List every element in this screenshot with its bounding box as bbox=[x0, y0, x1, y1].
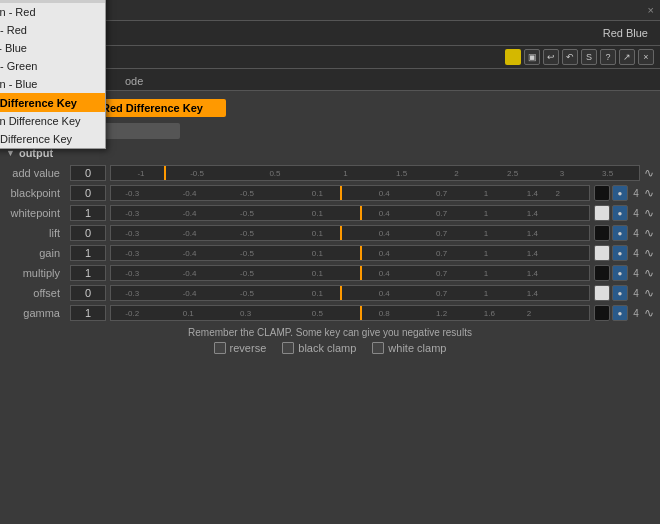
gamma-handle[interactable] bbox=[360, 306, 362, 320]
gamma-swatch[interactable] bbox=[594, 305, 610, 321]
lift-side-icons: ● 4 ∿ bbox=[594, 225, 654, 241]
whitepoint-globe[interactable]: ● bbox=[612, 205, 628, 221]
mask-icon[interactable]: ▣ bbox=[524, 49, 540, 65]
multiply-slider[interactable]: -0.3 -0.4 -0.5 0.1 0.4 0.7 1 1.4 bbox=[110, 265, 590, 281]
lift-globe[interactable]: ● bbox=[612, 225, 628, 241]
operation-row: operation Red - Green Green - Red Blue -… bbox=[6, 99, 654, 117]
close-button[interactable]: × bbox=[648, 4, 654, 16]
gain-slider[interactable]: -0.3 -0.4 -0.5 0.1 0.4 0.7 1 1.4 bbox=[110, 245, 590, 261]
gamma-globe[interactable]: ● bbox=[612, 305, 628, 321]
gain-swatch[interactable] bbox=[594, 245, 610, 261]
gain-num: 4 bbox=[630, 248, 642, 259]
gain-wave[interactable]: ∿ bbox=[644, 246, 654, 260]
add-value-input[interactable] bbox=[70, 165, 106, 181]
menu-item-green-diff[interactable]: Green Difference Key bbox=[0, 112, 105, 130]
expand-icon[interactable]: ↗ bbox=[619, 49, 635, 65]
close-panel-icon[interactable]: × bbox=[638, 49, 654, 65]
whitepoint-input[interactable] bbox=[70, 205, 106, 221]
black-clamp-checkbox[interactable] bbox=[282, 342, 294, 354]
whitepoint-row: whitepoint -0.3 -0.4 -0.5 0.1 0.4 0.7 1 … bbox=[6, 205, 654, 221]
black-clamp-label: black clamp bbox=[298, 342, 356, 354]
add-value-label: add value bbox=[6, 167, 66, 179]
white-clamp-label: white clamp bbox=[388, 342, 446, 354]
add-value-slider[interactable]: -1 -0.5 0.5 1 1.5 2 2.5 3 3.5 bbox=[110, 165, 640, 181]
blackpoint-label: blackpoint bbox=[6, 187, 66, 199]
menu-item-red-diff[interactable]: ✗ Red Difference Key bbox=[0, 93, 105, 112]
lift-wave[interactable]: ∿ bbox=[644, 226, 654, 240]
whitepoint-swatch[interactable] bbox=[594, 205, 610, 221]
help-icon[interactable]: ? bbox=[600, 49, 616, 65]
panel-title: Properties bbox=[26, 4, 642, 16]
offset-wave[interactable]: ∿ bbox=[644, 286, 654, 300]
color-swatch-yellow[interactable] bbox=[505, 49, 521, 65]
offset-swatch[interactable] bbox=[594, 285, 610, 301]
gain-handle[interactable] bbox=[360, 246, 362, 260]
menu-item-blue-red[interactable]: Blue - Red bbox=[0, 21, 105, 39]
gain-label: gain bbox=[6, 247, 66, 259]
gamma-input[interactable] bbox=[70, 305, 106, 321]
menu-item-green-red[interactable]: Green - Red bbox=[0, 3, 105, 21]
whitepoint-wave[interactable]: ∿ bbox=[644, 206, 654, 220]
blackpoint-num: 4 bbox=[630, 188, 642, 199]
undo-icon[interactable]: ↶ bbox=[562, 49, 578, 65]
add-value-handle[interactable] bbox=[164, 166, 166, 180]
blackpoint-swatch[interactable] bbox=[594, 185, 610, 201]
multiply-wave[interactable]: ∿ bbox=[644, 266, 654, 280]
blackpoint-slider[interactable]: -0.3 -0.4 -0.5 0.1 0.4 0.7 1 1.4 2 bbox=[110, 185, 590, 201]
redo-icon[interactable]: S bbox=[581, 49, 597, 65]
whitepoint-handle[interactable] bbox=[360, 206, 362, 220]
lift-swatch[interactable] bbox=[594, 225, 610, 241]
collapse-triangle[interactable]: ▼ bbox=[6, 148, 15, 158]
reverse-checkbox-label[interactable]: reverse bbox=[214, 342, 267, 354]
multiply-handle[interactable] bbox=[360, 266, 362, 280]
offset-side-icons: ● 4 ∿ bbox=[594, 285, 654, 301]
whitepoint-side-icons: ● 4 ∿ bbox=[594, 205, 654, 221]
blackpoint-globe[interactable]: ● bbox=[612, 185, 628, 201]
multiply-swatch[interactable] bbox=[594, 265, 610, 281]
whitepoint-slider[interactable]: -0.3 -0.4 -0.5 0.1 0.4 0.7 1 1.4 bbox=[110, 205, 590, 221]
offset-globe[interactable]: ● bbox=[612, 285, 628, 301]
menu-item-label: Green - Red bbox=[0, 6, 36, 18]
offset-input[interactable] bbox=[70, 285, 106, 301]
add-value-wave[interactable]: ∿ bbox=[644, 166, 654, 180]
menu-item-label: Blue Difference Key bbox=[0, 133, 72, 145]
multiply-globe[interactable]: ● bbox=[612, 265, 628, 281]
operation-selected-label: Red Difference Key bbox=[102, 102, 203, 114]
menu-item-red-blue[interactable]: Red - Blue bbox=[0, 39, 105, 57]
reverse-checkbox[interactable] bbox=[214, 342, 226, 354]
multiply-num: 4 bbox=[630, 268, 642, 279]
gain-row: gain -0.3 -0.4 -0.5 0.1 0.4 0.7 1 1.4 ● … bbox=[6, 245, 654, 261]
operation-dropdown[interactable]: Red - Green Green - Red Blue - Red Red -… bbox=[76, 99, 226, 117]
add-value-row: add value -1 -0.5 0.5 1 1.5 2 2.5 3 3.5 … bbox=[6, 165, 654, 181]
lift-slider[interactable]: -0.3 -0.4 -0.5 0.1 0.4 0.7 1 1.4 bbox=[110, 225, 590, 241]
lift-handle[interactable] bbox=[340, 226, 342, 240]
offset-slider[interactable]: -0.3 -0.4 -0.5 0.1 0.4 0.7 1 1.4 bbox=[110, 285, 590, 301]
menu-item-label: Blue - Green bbox=[0, 60, 37, 72]
dropdown-menu[interactable]: Red - Green Green - Red Blue - Red Red -… bbox=[0, 0, 106, 149]
whitepoint-num: 4 bbox=[630, 208, 642, 219]
gain-side-icons: ● 4 ∿ bbox=[594, 245, 654, 261]
menu-item-green-blue[interactable]: Green - Blue bbox=[0, 75, 105, 93]
blackpoint-input[interactable] bbox=[70, 185, 106, 201]
menu-item-blue-diff[interactable]: Blue Difference Key bbox=[0, 130, 105, 148]
gain-globe[interactable]: ● bbox=[612, 245, 628, 261]
menu-item-blue-green[interactable]: Blue - Green bbox=[0, 57, 105, 75]
multiply-input[interactable] bbox=[70, 265, 106, 281]
gamma-wave[interactable]: ∿ bbox=[644, 306, 654, 320]
lift-input[interactable] bbox=[70, 225, 106, 241]
offset-num: 4 bbox=[630, 288, 642, 299]
offset-handle[interactable] bbox=[340, 286, 342, 300]
white-clamp-checkbox[interactable] bbox=[372, 342, 384, 354]
reset-icon[interactable]: ↩ bbox=[543, 49, 559, 65]
offset-label: offset bbox=[6, 287, 66, 299]
black-clamp-checkbox-label[interactable]: black clamp bbox=[282, 342, 356, 354]
gamma-label: gamma bbox=[6, 307, 66, 319]
white-clamp-checkbox-label[interactable]: white clamp bbox=[372, 342, 446, 354]
blackpoint-wave[interactable]: ∿ bbox=[644, 186, 654, 200]
gamma-num: 4 bbox=[630, 308, 642, 319]
menu-item-label: Blue - Red bbox=[0, 24, 27, 36]
tab-ode[interactable]: ode bbox=[115, 72, 153, 90]
gamma-slider[interactable]: -0.2 0.1 0.3 0.5 0.8 1.2 1.6 2 bbox=[110, 305, 590, 321]
gain-input[interactable] bbox=[70, 245, 106, 261]
blackpoint-handle[interactable] bbox=[340, 186, 342, 200]
